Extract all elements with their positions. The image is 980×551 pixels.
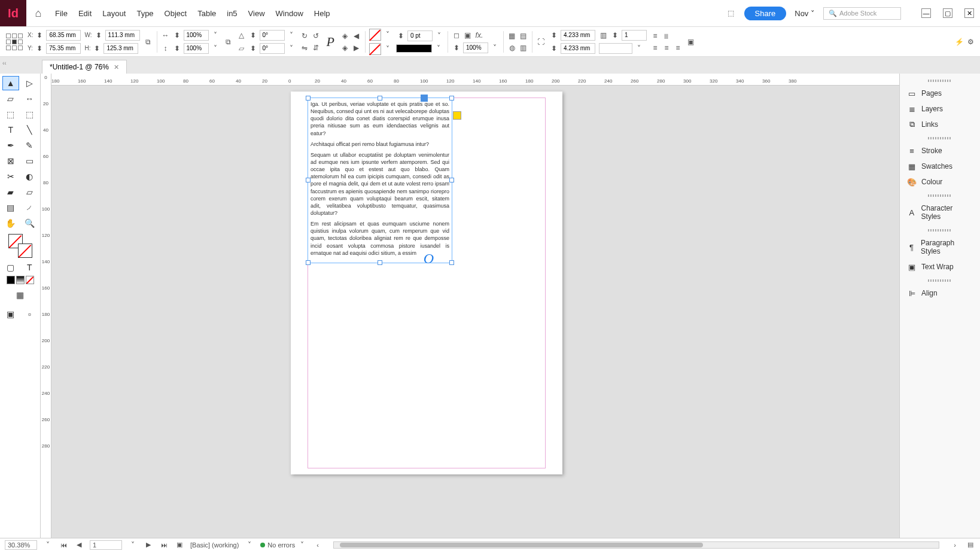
x-field[interactable]: 68.35 mm (46, 30, 81, 41)
stroke-style-drop[interactable]: ˅ (434, 44, 443, 53)
text-wrap-shape-icon[interactable]: ◍ (507, 43, 517, 53)
text-frame[interactable]: Iga. Ut peribus, veriae voluptate et qui… (308, 98, 452, 263)
screen-mode-drop[interactable]: ▫ (21, 307, 38, 321)
panel-text-wrap[interactable]: ▣Text Wrap (900, 259, 980, 275)
free-transform-tool[interactable]: ◐ (21, 169, 38, 184)
shear-field[interactable]: 0° (260, 43, 285, 54)
menu-file[interactable]: File (55, 9, 68, 18)
pen-tool[interactable]: ✒ (2, 138, 19, 153)
menu-table[interactable]: Table (197, 9, 216, 18)
structure-icon[interactable]: ▤ (966, 541, 975, 549)
line-tool[interactable]: ╲ (21, 123, 38, 137)
stepper-icon[interactable]: ⬍ (35, 44, 44, 53)
menu-window[interactable]: Window (276, 9, 303, 18)
scroll-right-button[interactable]: › (950, 541, 960, 549)
fill-none-icon[interactable] (369, 29, 381, 41)
fit-h-field[interactable]: 4.233 mm (561, 43, 595, 54)
select-prev-icon[interactable]: ◀ (352, 31, 361, 41)
workspace-dropdown[interactable]: Nov ˅ (795, 9, 815, 18)
vert-just-center-icon[interactable]: ≡ (650, 43, 660, 53)
stepper-icon[interactable]: ⬍ (549, 44, 559, 53)
rotate-cw-icon[interactable]: ↻ (300, 31, 309, 41)
minimize-button[interactable]: — (921, 8, 931, 18)
effects-icon[interactable]: ▣ (463, 31, 473, 40)
columns-field[interactable]: 1 (622, 30, 647, 41)
tab-close-icon[interactable]: ✕ (114, 63, 119, 71)
zoom-field[interactable]: 30.38% (5, 540, 37, 550)
opacity-field[interactable]: 100% (463, 42, 488, 53)
constrain-scale-icon[interactable]: ⧉ (224, 37, 233, 47)
first-page-button[interactable]: ⏮ (59, 541, 68, 549)
prev-page-button[interactable]: ◀ (74, 541, 84, 549)
stepper-icon[interactable]: ⬍ (248, 44, 258, 53)
opacity-drop[interactable]: ˅ (490, 43, 500, 53)
scrollbar-thumb[interactable] (340, 543, 703, 547)
vert-just-top-icon[interactable]: ≡ (650, 31, 660, 41)
select-next-icon[interactable]: ▶ (352, 43, 361, 53)
rotation-field[interactable]: 0° (260, 30, 285, 41)
panel-character-styles[interactable]: ACharacter Styles (900, 200, 980, 224)
panel-grip-icon[interactable] (928, 137, 952, 139)
menu-in5[interactable]: in5 (227, 9, 237, 18)
w-field[interactable]: 111.3 mm (105, 30, 140, 41)
menu-edit[interactable]: Edit (78, 9, 92, 18)
menu-help[interactable]: Help (314, 9, 330, 18)
screen-mode-tool[interactable]: ▣ (2, 307, 19, 321)
selection-tool[interactable]: ▲ (2, 76, 19, 90)
stepper-icon[interactable]: ⬍ (248, 31, 258, 40)
stepper-icon[interactable]: ⬍ (35, 31, 44, 40)
gradient-swatch-tool[interactable]: ▰ (2, 185, 19, 199)
gradient-feather-tool[interactable]: ▱ (21, 185, 38, 199)
zoom-tool[interactable]: 🔍 (21, 216, 38, 230)
scale-x-field[interactable]: 100% (184, 30, 209, 41)
opacity-stepper[interactable]: ⬍ (452, 43, 461, 53)
selection-handle[interactable] (421, 95, 428, 102)
fill-drop[interactable]: ˅ (383, 30, 392, 39)
scale-y-drop[interactable]: ˅ (211, 44, 220, 53)
scale-x-drop[interactable]: ˅ (211, 31, 220, 40)
fill-stroke-swatch[interactable] (8, 234, 32, 258)
hand-tool[interactable]: ✋ (2, 216, 19, 230)
errors-drop[interactable]: ˅ (297, 540, 307, 550)
vert-just-justify-icon[interactable]: ≡ (673, 43, 683, 53)
fx-icon[interactable]: fx. (474, 31, 484, 40)
shear-drop[interactable]: ˅ (287, 44, 296, 53)
rotation-drop[interactable]: ˅ (287, 31, 296, 40)
note-tool[interactable]: ▤ (2, 200, 19, 215)
select-content-icon[interactable]: ◈ (340, 43, 350, 53)
document-tab[interactable]: *Untitled-1 @ 76% ✕ (42, 60, 127, 74)
page-field[interactable]: 1 (90, 540, 122, 550)
scissors-tool[interactable]: ✂ (2, 169, 19, 184)
panel-grip-icon[interactable] (928, 229, 952, 232)
profile-drop[interactable]: ˅ (245, 540, 254, 550)
rectangle-tool[interactable]: ▭ (21, 154, 38, 168)
stroke-weight-drop[interactable]: ˅ (434, 31, 444, 41)
overset-text-icon[interactable] (453, 111, 461, 120)
menu-layout[interactable]: Layout (102, 9, 126, 18)
selection-handle[interactable] (306, 178, 311, 182)
auto-fit-icon[interactable]: ⛶ (536, 37, 546, 47)
rotate-ccw-icon[interactable]: ↺ (311, 31, 321, 41)
maximize-button[interactable]: ▢ (943, 8, 952, 18)
scale-y-field[interactable]: 100% (184, 43, 209, 54)
balance-cols-icon[interactable]: ⫼ (662, 31, 671, 41)
stepper-icon[interactable]: ⬍ (172, 31, 182, 40)
flip-v-icon[interactable]: ⇵ (311, 43, 321, 53)
page-drop[interactable]: ˅ (128, 540, 138, 550)
stepper-icon[interactable]: ⬍ (549, 31, 559, 40)
preflight-status[interactable]: No errors ˅ (260, 540, 307, 550)
panel-grip-icon[interactable] (928, 194, 952, 197)
stroke-none-icon[interactable] (369, 43, 381, 55)
rectangle-frame-tool[interactable]: ⊠ (2, 154, 19, 168)
last-page-button[interactable]: ⏭ (159, 541, 169, 549)
share-button[interactable]: Share (744, 7, 787, 20)
text-wrap-none-icon[interactable]: ▦ (507, 31, 517, 41)
fit-w-field[interactable]: 4.233 mm (561, 30, 595, 41)
collapse-left-icon[interactable]: ‹‹ (2, 60, 7, 66)
direct-selection-tool[interactable]: ▷ (21, 76, 38, 90)
selection-handle[interactable] (378, 260, 382, 265)
adobe-stock-search[interactable]: 🔍 Adobe Stock (823, 7, 901, 20)
preflight-profile[interactable]: [Basic] (working) (190, 541, 239, 549)
select-container-icon[interactable]: ◈ (340, 31, 350, 41)
panel-pages[interactable]: ▭Pages (900, 86, 980, 101)
